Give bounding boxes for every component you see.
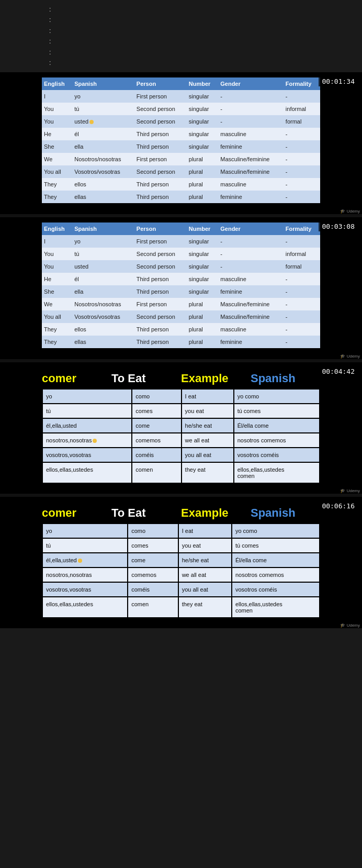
col-spanish-2: Spanish bbox=[72, 222, 134, 235]
watermark-1: 🎓 Udemy bbox=[0, 208, 362, 214]
table-row: YoutúSecond personsingular-informal bbox=[42, 103, 320, 115]
pronoun-table-2: English Spanish Person Number Gender For… bbox=[42, 222, 320, 348]
table-row: nosotros,nosotrascomemoswe all eatnosotr… bbox=[43, 568, 319, 582]
timestamp-1: 00:01:34 bbox=[319, 76, 358, 86]
watermark-3: 🎓 Udemy bbox=[0, 488, 362, 494]
table-row: SheellaThird personsingularfeminine- bbox=[42, 140, 320, 153]
timestamp-2: 00:03:08 bbox=[319, 221, 358, 231]
table-row: túcomesyou eattú comes bbox=[43, 404, 319, 418]
verb-col-comer-3: comer bbox=[42, 372, 111, 385]
verb-frame-4: comer To Eat Example Spanish yocomoI eat… bbox=[0, 497, 362, 622]
table-row: IyoFirst personsingular-- bbox=[42, 90, 320, 103]
table-row: yocomoI eatyo como bbox=[43, 524, 319, 538]
table-row: TheyellasThird personpluralfeminine- bbox=[42, 336, 320, 348]
col-number-1: Number bbox=[187, 77, 218, 90]
table-row: YouustedSecond personsingular-formal bbox=[42, 260, 320, 273]
table-row: TheyellosThird personpluralmasculine- bbox=[42, 178, 320, 191]
col-gender-1: Gender bbox=[218, 77, 284, 90]
verb-title-row-3: comer To Eat Example Spanish bbox=[42, 366, 320, 388]
table-row: IyoFirst personsingular-- bbox=[42, 235, 320, 248]
col-gender-2: Gender bbox=[218, 222, 284, 235]
pronoun-frame-1: English Spanish Person Number Gender For… bbox=[0, 72, 362, 208]
resolution-label bbox=[5, 26, 47, 36]
file-info-panel: : : : : : : bbox=[0, 0, 362, 72]
cursor-indicator bbox=[93, 439, 97, 443]
table-row: él,ella,ustedcomehe/she eatÉl/ella come bbox=[43, 419, 319, 432]
table-row: yocomoI eatyo como bbox=[43, 390, 319, 403]
verb-col-spanish-4: Spanish bbox=[251, 506, 320, 520]
table-row: túcomesyou eattú comes bbox=[43, 539, 319, 552]
duration-label bbox=[5, 36, 47, 47]
table-row: ellos,ellas,ustedescomenthey eatellos,el… bbox=[43, 597, 319, 617]
verb-col-comer-4: comer bbox=[42, 506, 111, 520]
table-row: SheellaThird personsingularfeminine- bbox=[42, 285, 320, 298]
verb-title-row-4: comer To Eat Example Spanish bbox=[42, 501, 320, 523]
verb-frame-3: comer To Eat Example Spanish yocomoI eat… bbox=[0, 362, 362, 488]
pronoun-frame-2: English Spanish Person Number Gender For… bbox=[0, 217, 362, 353]
col-formality-2: Formality bbox=[284, 222, 320, 235]
col-person-2: Person bbox=[134, 222, 187, 235]
col-spanish-1: Spanish bbox=[72, 77, 134, 90]
table-row: vosotros,vosotrascoméisyou all eatvosotr… bbox=[43, 583, 319, 596]
verb-col-example-4: Example bbox=[181, 506, 251, 520]
table-row: vosotros,vosotrascoméisyou all eatvosotr… bbox=[43, 448, 319, 462]
table-row: él,ella,ustedcomehe/she eatÉl/ella come bbox=[43, 553, 319, 567]
filename-label bbox=[5, 4, 47, 15]
video-frame-2: 00:03:08 English Spanish Person Number G… bbox=[0, 217, 362, 359]
col-number-2: Number bbox=[187, 222, 218, 235]
verb-col-toeat-4: To Eat bbox=[111, 506, 181, 520]
video-frame-4: 00:06:16 comer To Eat Example Spanish yo… bbox=[0, 497, 362, 628]
video-frame-3: 00:04:42 comer To Eat Example Spanish yo… bbox=[0, 362, 362, 494]
filesize-label bbox=[5, 15, 47, 25]
table-row: YoutúSecond personsingular-informal bbox=[42, 248, 320, 260]
col-english-2: English bbox=[42, 222, 72, 235]
table-row: TheyellasThird personpluralfeminine- bbox=[42, 191, 320, 203]
watermark-2: 🎓 Udemy bbox=[0, 353, 362, 359]
col-person-1: Person bbox=[134, 77, 187, 90]
audio-label bbox=[5, 58, 47, 68]
verb-col-toeat-3: To Eat bbox=[111, 372, 181, 385]
table-row: nosotros,nosotrascomemoswe all eatnosotr… bbox=[43, 433, 319, 447]
table-row: You allVosotros/vosotrasSecond personplu… bbox=[42, 165, 320, 178]
pronoun-table-1: English Spanish Person Number Gender For… bbox=[42, 77, 320, 203]
table-row: HeélThird personsingularmasculine- bbox=[42, 273, 320, 285]
video-frame-1: 00:01:34 English Spanish Person Number G… bbox=[0, 72, 362, 214]
watermark-4: 🎓 Udemy bbox=[0, 622, 362, 628]
verb-col-example-3: Example bbox=[181, 372, 251, 385]
table-row: HeélThird personsingularmasculine- bbox=[42, 128, 320, 140]
col-english-1: English bbox=[42, 77, 72, 90]
video-label bbox=[5, 47, 47, 58]
verb-table-4: yocomoI eatyo comotúcomesyou eattú comes… bbox=[42, 523, 320, 618]
timestamp-3: 00:04:42 bbox=[319, 366, 358, 376]
table-row: YouustedSecond personsingular-formal bbox=[42, 115, 320, 128]
table-row: TheyellosThird personpluralmasculine- bbox=[42, 323, 320, 336]
verb-table-3: yocomoI eatyo comotúcomesyou eattú comes… bbox=[42, 388, 320, 484]
col-formality-1: Formality bbox=[284, 77, 320, 90]
cursor-indicator bbox=[78, 559, 82, 563]
table-row: ellos,ellas,ustedescomenthey eatellos,el… bbox=[43, 463, 319, 483]
cursor-indicator bbox=[89, 120, 94, 124]
table-row: WeNosotros/nosotrasFirst personpluralMas… bbox=[42, 153, 320, 165]
table-row: You allVosotros/vosotrasSecond personplu… bbox=[42, 310, 320, 323]
timestamp-4: 00:06:16 bbox=[319, 501, 358, 511]
table-row: WeNosotros/nosotrasFirst personpluralMas… bbox=[42, 298, 320, 310]
verb-col-spanish-3: Spanish bbox=[251, 372, 320, 385]
